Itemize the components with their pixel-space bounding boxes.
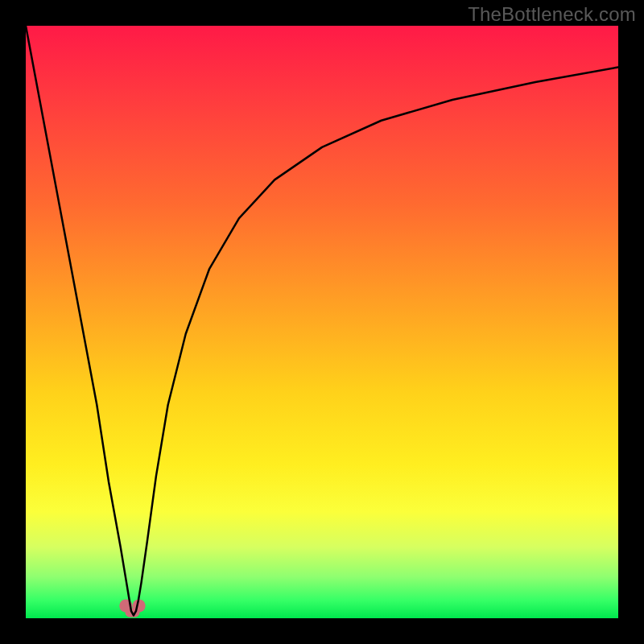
chart-svg [26, 26, 618, 618]
chart-plot-area [26, 26, 618, 618]
curve-path [26, 26, 618, 615]
chart-frame: TheBottleneck.com [0, 0, 644, 644]
watermark-text: TheBottleneck.com [468, 3, 636, 26]
